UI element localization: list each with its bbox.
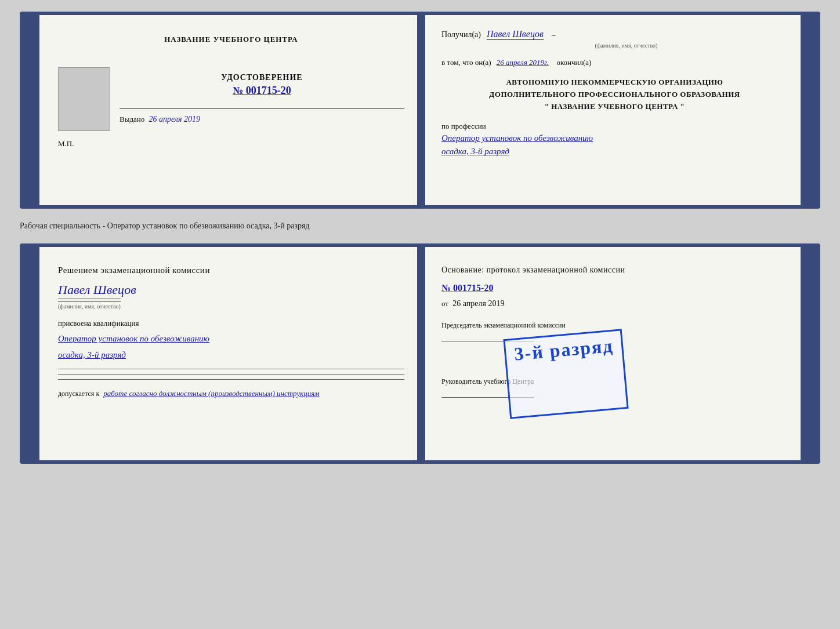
top-document-card: НАЗВАНИЕ УЧЕБНОГО ЦЕНТРА УДОСТОВЕРЕНИЕ №… xyxy=(20,12,820,209)
between-label: Рабочая специальность - Оператор установ… xyxy=(20,219,820,233)
from-date-row: от 26 апреля 2019 xyxy=(441,299,788,308)
bottom-document-card: Решением экзаменационной комиссии Павел … xyxy=(20,243,820,464)
right-edge-decoration xyxy=(801,15,817,205)
stamp-text: 3-й разряд xyxy=(513,335,614,365)
top-center-title: НАЗВАНИЕ УЧЕБНОГО ЦЕНТРА xyxy=(58,35,404,44)
divider xyxy=(120,108,404,109)
from-label: от xyxy=(441,299,448,308)
profession-value: Оператор установок по обезвоживанию xyxy=(441,133,788,143)
basis-label: Основание: протокол экзаменационной коми… xyxy=(441,266,788,275)
issued-label: Выдано xyxy=(120,115,144,123)
qualification-label: присвоена квалификация xyxy=(58,319,404,328)
cert-title: УДОСТОВЕРЕНИЕ xyxy=(120,73,404,82)
photo-placeholder xyxy=(58,67,110,131)
issued-date: 26 апреля 2019 xyxy=(149,115,200,123)
name-fio-label: (фамилия, имя, отчество) xyxy=(58,299,121,311)
decision-title: Решением экзаменационной комиссии xyxy=(58,266,404,275)
mp-label: М.П. xyxy=(58,139,404,148)
org-line3: " НАЗВАНИЕ УЧЕБНОГО ЦЕНТРА " xyxy=(441,101,788,113)
dash: – xyxy=(552,30,556,39)
org-line1: АВТОНОМНУЮ НЕКОММЕРЧЕСКУЮ ОРГАНИЗАЦИЮ xyxy=(441,77,788,89)
panel-divider xyxy=(421,15,425,205)
page-wrapper: НАЗВАНИЕ УЧЕБНОГО ЦЕНТРА УДОСТОВЕРЕНИЕ №… xyxy=(20,12,820,464)
received-label: Получил(а) xyxy=(441,30,481,39)
org-block: АВТОНОМНУЮ НЕКОММЕРЧЕСКУЮ ОРГАНИЗАЦИЮ ДО… xyxy=(441,77,788,112)
received-name: Павел Швецов xyxy=(487,29,544,40)
fio-sublabel: (фамилия, имя, отчество) xyxy=(595,42,658,49)
finished-label: окончил(а) xyxy=(556,58,591,67)
in-that-row: в том, что он(а) 26 апреля 2019г. окончи… xyxy=(441,58,788,67)
admission-label: допускается к работе согласно должностны… xyxy=(58,389,404,398)
org-line2: ДОПОЛНИТЕЛЬНОГО ПРОФЕССИОНАЛЬНОГО ОБРАЗО… xyxy=(441,89,788,101)
bottom-right-panel: Основание: протокол экзаменационной коми… xyxy=(425,247,817,460)
top-right-panel: Получил(а) Павел Швецов – (фамилия, имя,… xyxy=(425,15,817,205)
person-name-large: Павел Швецов xyxy=(58,282,404,297)
profession-label: по профессии xyxy=(441,122,788,131)
cert-number: № 001715-20 xyxy=(120,85,404,97)
rank-value: осадка, 3-й разряд xyxy=(441,147,788,157)
from-date-value: 26 апреля 2019 xyxy=(452,299,504,308)
issued-line: Выдано 26 апреля 2019 xyxy=(120,115,404,124)
qualification-value: Оператор установок по обезвоживанию осад… xyxy=(58,332,404,362)
admission-value: работе согласно должностным (производств… xyxy=(103,389,319,398)
bottom-lines xyxy=(58,369,404,380)
bottom-right-edge xyxy=(801,247,817,460)
protocol-number: № 001715-20 xyxy=(441,283,788,293)
in-that-label: в том, что он(а) xyxy=(441,58,491,67)
date-written: 26 апреля 2019г. xyxy=(497,58,549,67)
bottom-left-panel: Решением экзаменационной комиссии Павел … xyxy=(35,247,421,460)
stamp: 3-й разряд xyxy=(503,329,628,419)
received-row: Получил(а) Павел Швецов – (фамилия, имя,… xyxy=(441,29,788,50)
bottom-panel-divider xyxy=(421,247,425,460)
top-left-panel: НАЗВАНИЕ УЧЕБНОГО ЦЕНТРА УДОСТОВЕРЕНИЕ №… xyxy=(35,15,421,205)
